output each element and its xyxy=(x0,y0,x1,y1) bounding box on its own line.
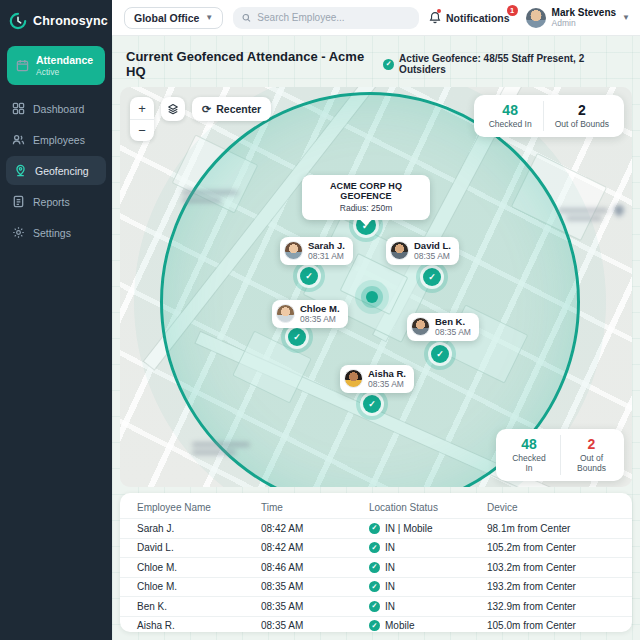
cell-name: Chloe M. xyxy=(137,581,261,592)
cell-status: ✓IN xyxy=(369,601,487,612)
checked-in-label: Checked In xyxy=(489,119,532,129)
cell-time: 08:35 AM xyxy=(261,601,369,612)
sidebar-item-geofencing[interactable]: Geofencing xyxy=(6,156,106,185)
topbar: Global Office ▼ Notifications xyxy=(112,0,640,36)
recenter-button[interactable]: ⟳ Recenter xyxy=(192,97,271,121)
checkin-marker: ✓ xyxy=(423,268,441,286)
out-of-bounds-stat: 2 Out of Bounds xyxy=(560,435,622,475)
cell-time: 08:46 AM xyxy=(261,562,369,573)
col-header-device: Device xyxy=(487,502,626,513)
table-row: Aisha R. 08:35 AM ✓Mobile 105.0m from Ce… xyxy=(120,616,632,633)
office-selector-label: Global Office xyxy=(134,12,199,24)
blurred-map-label xyxy=(182,187,240,206)
zoom-out-button[interactable]: − xyxy=(130,119,154,141)
checkin-marker: ✓ xyxy=(363,395,381,413)
geofence-center-dot xyxy=(366,291,378,303)
cell-device: 103.2m from Center xyxy=(487,562,626,573)
layers-icon xyxy=(167,103,179,115)
user-avatar xyxy=(526,8,546,28)
sidebar-item-employees[interactable]: Employees xyxy=(0,125,112,154)
chevron-down-icon: ▼ xyxy=(622,13,630,22)
cell-device: 132.9m from Center xyxy=(487,601,626,612)
recenter-label: Recenter xyxy=(216,103,261,115)
employee-pin-ben[interactable]: Ben K. 08:35 AM xyxy=(407,313,479,341)
geofence-status: ✓ Active Geofence: 48/55 Staff Present, … xyxy=(383,53,630,75)
blurred-map-label xyxy=(192,439,252,458)
pin-name: David L. xyxy=(414,240,451,251)
checkin-marker: ✓ xyxy=(300,267,318,285)
geofence-label: ACME CORP HQ GEOFENCE Radius: 250m xyxy=(302,175,430,220)
gear-icon xyxy=(12,226,25,239)
cell-name: David L. xyxy=(137,542,261,553)
search-box[interactable] xyxy=(233,7,419,29)
blurred-map-label xyxy=(558,205,610,224)
sidebar-item-reports[interactable]: Reports xyxy=(0,187,112,216)
stats-card-bottom: 48 Checked In 2 Out of Bounds xyxy=(496,429,624,481)
clock-logo-icon xyxy=(9,12,27,30)
avatar xyxy=(390,241,409,260)
office-selector[interactable]: Global Office ▼ xyxy=(124,7,223,29)
employee-pin-aisha[interactable]: Aisha R. 08:35 AM xyxy=(340,365,414,393)
check-circle-icon: ✓ xyxy=(369,581,380,592)
attendance-table: Employee Name Time Location Status Devic… xyxy=(120,493,632,632)
chevron-down-icon: ▼ xyxy=(205,13,213,22)
check-circle-icon: ✓ xyxy=(369,601,380,612)
notifications-badge: 1 xyxy=(507,5,518,16)
avatar xyxy=(344,369,363,388)
avatar xyxy=(284,241,303,260)
cell-name: Ben K. xyxy=(137,601,261,612)
notifications-button[interactable]: Notifications 1 xyxy=(429,11,514,24)
pin-time: 08:31 AM xyxy=(308,251,345,261)
employee-pin-sarah[interactable]: Sarah J. 08:31 AM xyxy=(280,237,353,265)
zoom-control: + − xyxy=(130,97,154,141)
out-of-bounds-stat: 2 Out of Bounds xyxy=(543,101,620,131)
cell-name: Aisha R. xyxy=(137,620,261,631)
cell-device: 105.2m from Center xyxy=(487,542,626,553)
pin-name: Sarah J. xyxy=(308,240,345,251)
checkin-marker: ✓ xyxy=(431,345,449,363)
report-document-icon xyxy=(12,195,25,208)
sidebar-item-settings[interactable]: Settings xyxy=(0,218,112,247)
user-role: Admin xyxy=(552,18,616,28)
zoom-in-button[interactable]: + xyxy=(130,97,154,119)
main-area: Global Office ▼ Notifications xyxy=(112,0,640,640)
geofence-radius: Radius: 250m xyxy=(308,203,424,213)
notifications-label: Notifications xyxy=(446,12,510,24)
pin-time: 08:35 AM xyxy=(368,379,406,389)
geofence-circle xyxy=(160,92,580,487)
app-window: Chronosync Attendance Active Dashb xyxy=(0,0,640,640)
col-header-time: Time xyxy=(261,502,369,513)
out-of-bounds-label: Out of Bounds xyxy=(555,119,609,129)
avatar xyxy=(411,317,430,336)
col-header-employee: Employee Name xyxy=(137,502,261,513)
check-circle-icon: ✓ xyxy=(369,542,380,553)
layers-button[interactable] xyxy=(161,97,185,121)
check-circle-icon: ✓ xyxy=(383,59,394,70)
user-menu[interactable]: Mark Stevens Admin ▼ xyxy=(526,7,630,29)
sidebar-item-dashboard[interactable]: Dashboard xyxy=(0,94,112,123)
table-row: Chloe M. 08:46 AM ✓IN 103.2m from Center xyxy=(120,557,632,577)
search-input[interactable] xyxy=(257,12,410,23)
geofence-status-text: Active Geofence: 48/55 Staff Present, 2 … xyxy=(399,53,630,75)
employee-pin-david[interactable]: David L. 08:35 AM xyxy=(386,237,459,265)
checked-in-value: 48 xyxy=(489,103,532,118)
employee-pin-chloe[interactable]: Chloe M. 08:35 AM xyxy=(272,300,348,328)
map[interactable]: + − ⟳ Recenter 48 Checked In xyxy=(120,87,632,487)
checked-in-label: Checked In xyxy=(509,453,549,473)
pin-name: Chloe M. xyxy=(300,303,340,314)
dashboard-grid-icon xyxy=(12,102,25,115)
pin-time: 08:35 AM xyxy=(414,251,451,261)
pin-name: Ben K. xyxy=(435,316,471,327)
table-row: Sarah J. 08:42 AM ✓IN | Mobile 98.1m fro… xyxy=(120,518,632,538)
pin-name: Aisha R. xyxy=(368,368,406,379)
cell-device: 193.2m from Center xyxy=(487,581,626,592)
cell-status: ✓Mobile xyxy=(369,620,487,631)
out-of-bounds-value: 2 xyxy=(555,103,609,118)
cell-status: ✓IN xyxy=(369,542,487,553)
cell-status: ✓IN xyxy=(369,581,487,592)
cell-time: 08:35 AM xyxy=(261,581,369,592)
cell-status: ✓IN | Mobile xyxy=(369,523,487,534)
sidebar-item-attendance[interactable]: Attendance Active xyxy=(7,46,105,85)
table-row: David L. 08:42 AM ✓IN 105.2m from Center xyxy=(120,538,632,558)
sidebar-item-label: Geofencing xyxy=(35,165,89,177)
